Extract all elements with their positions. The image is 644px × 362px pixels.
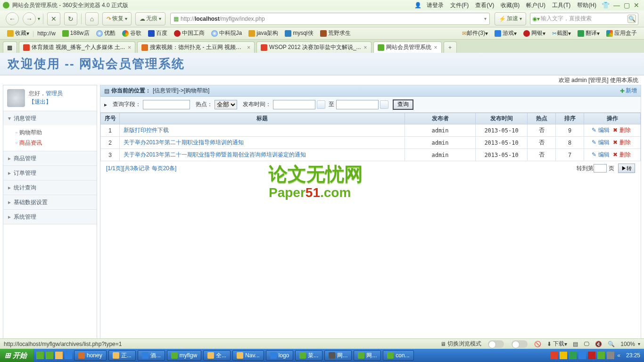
sidebar-item-product-news[interactable]: 商品资讯 bbox=[16, 138, 97, 148]
reload-button[interactable]: ↻ bbox=[64, 12, 77, 25]
block-icon[interactable]: 🚫 bbox=[534, 341, 541, 347]
start-button[interactable]: ⊞开始 bbox=[0, 349, 33, 362]
bm-bank[interactable]: 网银 ▾ bbox=[523, 29, 545, 37]
notrace-button[interactable]: ☁无痕 ▾ bbox=[135, 12, 165, 25]
row-title-link[interactable]: 关于举办2013年第二十一期职业指导师暨首期创业咨询师培训鉴定的通知 bbox=[124, 151, 306, 158]
taskbar-item[interactable]: 网... bbox=[324, 350, 352, 361]
keyword-input[interactable] bbox=[143, 100, 190, 109]
tray-icon-7[interactable] bbox=[607, 352, 614, 359]
taskbar-item[interactable]: con... bbox=[383, 350, 413, 361]
taskbar-item[interactable]: honey bbox=[74, 350, 107, 361]
tab-home[interactable]: ▦ bbox=[3, 41, 17, 53]
menu-file[interactable]: 文件(F) bbox=[450, 1, 469, 9]
edit-link[interactable]: 编辑 bbox=[598, 127, 610, 133]
delete-link[interactable]: 删除 bbox=[619, 127, 631, 133]
quicklaunch-icon[interactable] bbox=[55, 352, 63, 359]
home-button[interactable]: ⌂ bbox=[85, 12, 99, 25]
bm-translate[interactable]: 翻译 ▾ bbox=[578, 29, 600, 37]
bm-java[interactable]: java架构 bbox=[248, 29, 278, 37]
zoom-icon[interactable]: 🔍 bbox=[608, 341, 615, 347]
taskbar-item[interactable]: Nav... bbox=[232, 350, 264, 361]
menu-help[interactable]: 帮助(H) bbox=[577, 1, 596, 9]
nav-dropdown-icon[interactable]: ▾ bbox=[38, 16, 40, 21]
bm-mysql[interactable]: mysql侠 bbox=[285, 29, 313, 37]
search-bar[interactable]: ◉▾ 输入文字，直接搜索 🔍 bbox=[530, 13, 638, 25]
restore-button[interactable]: ↷恢复 ▾ bbox=[102, 12, 132, 25]
date-from-input[interactable] bbox=[273, 100, 315, 109]
delete-link[interactable]: 删除 bbox=[619, 151, 631, 158]
toggle-1[interactable] bbox=[487, 340, 505, 348]
tray-icon-1[interactable] bbox=[550, 352, 558, 359]
accelerate-button[interactable]: ⚡加速 ▾ bbox=[495, 12, 526, 25]
hot-select[interactable]: 全部 bbox=[215, 100, 237, 109]
bm-google[interactable]: 谷歌 bbox=[122, 29, 141, 37]
shirt-icon[interactable]: 👕 bbox=[602, 1, 610, 9]
taskbar-item[interactable]: 酒... bbox=[138, 350, 165, 361]
calendar-icon[interactable] bbox=[380, 100, 388, 109]
tab-0[interactable]: 体育频道 视频_播客_个人多媒体 土...× bbox=[19, 41, 135, 53]
sidebar-group-stats[interactable]: 统计查询 bbox=[3, 181, 97, 195]
tab-2[interactable]: WSOP 2012 决赛加菲盐中文解说_...× bbox=[256, 41, 372, 53]
tray-icon-5[interactable] bbox=[588, 352, 595, 359]
bm-appbox[interactable]: 应用盒子 bbox=[606, 29, 637, 37]
menu-account[interactable]: 帐户(U) bbox=[526, 1, 545, 9]
sidebar-group-products[interactable]: 商品管理 bbox=[3, 151, 97, 165]
forward-button[interactable]: → bbox=[23, 12, 36, 25]
login-prompt[interactable]: 请登录 bbox=[427, 1, 444, 9]
delete-link[interactable]: 删除 bbox=[619, 139, 631, 146]
taskbar-item[interactable]: 网... bbox=[354, 350, 381, 361]
sb-icon-1[interactable]: ▤ bbox=[573, 341, 578, 347]
pager-page-input[interactable] bbox=[594, 164, 607, 173]
back-button[interactable]: ← bbox=[6, 12, 19, 25]
menu-view[interactable]: 查看(V) bbox=[475, 1, 494, 9]
close-icon[interactable]: × bbox=[434, 44, 438, 51]
toggle-2[interactable] bbox=[511, 340, 528, 348]
logout-link[interactable]: 【退出】 bbox=[29, 99, 51, 105]
date-to-input[interactable] bbox=[336, 100, 379, 109]
taskbar-item[interactable]: 全... bbox=[203, 350, 231, 361]
quicklaunch-icon[interactable] bbox=[65, 352, 72, 359]
download-button[interactable]: ⬇下载 ▾ bbox=[547, 340, 567, 348]
mute-icon[interactable]: 🔇 bbox=[595, 341, 602, 347]
pager-go-button[interactable]: ▶转 bbox=[618, 164, 635, 173]
close-icon[interactable]: × bbox=[128, 44, 131, 51]
taskbar-item[interactable]: 菜... bbox=[295, 350, 322, 361]
bm-wild[interactable]: 荒野求生 bbox=[320, 29, 351, 37]
clock[interactable]: 23:25 bbox=[622, 352, 644, 359]
edit-link[interactable]: 编辑 bbox=[598, 139, 610, 146]
menu-favorites[interactable]: 收藏(B) bbox=[501, 1, 520, 9]
bm-mail[interactable]: ✉邮件(3) ▾ bbox=[462, 29, 488, 37]
calendar-icon[interactable] bbox=[317, 100, 325, 109]
sidebar-group-messages[interactable]: 消息管理 bbox=[3, 111, 97, 125]
bm-188w[interactable]: 188w店 bbox=[62, 29, 90, 37]
tray-icon-6[interactable] bbox=[597, 352, 605, 359]
search-engine-icon[interactable]: ◉▾ bbox=[532, 16, 540, 22]
sidebar-group-system[interactable]: 系统管理 bbox=[3, 210, 97, 224]
menu-tools[interactable]: 工具(T) bbox=[552, 1, 570, 9]
new-button[interactable]: 新增 bbox=[626, 87, 637, 95]
tab-1[interactable]: 搜索视频：德州扑克 - 土豆网 视频搜...× bbox=[137, 41, 255, 53]
taskbar-item[interactable]: logo bbox=[266, 350, 294, 361]
switch-mode-button[interactable]: 🖥切换浏览模式 bbox=[440, 340, 481, 348]
tray-icon-2[interactable] bbox=[560, 352, 567, 359]
sb-icon-2[interactable]: 🖵 bbox=[584, 341, 589, 347]
close-icon[interactable]: × bbox=[247, 44, 250, 51]
maximize-button[interactable]: ▢ bbox=[624, 1, 630, 9]
bm-baidu[interactable]: 百度 bbox=[148, 29, 167, 37]
quicklaunch-icon[interactable] bbox=[46, 352, 53, 359]
zoom-level[interactable]: 100% bbox=[620, 341, 635, 347]
close-button[interactable]: ✕ bbox=[634, 1, 639, 9]
quicklaunch-icon[interactable] bbox=[36, 352, 44, 359]
bm-screenshot[interactable]: ✂截图 ▾ bbox=[552, 29, 571, 37]
taskbar-item[interactable]: 正... bbox=[108, 350, 136, 361]
close-icon[interactable]: × bbox=[364, 44, 367, 51]
search-button[interactable]: 查询 bbox=[393, 99, 413, 110]
bm-game[interactable]: 游戏 ▾ bbox=[495, 29, 517, 37]
tray-icon-3[interactable] bbox=[569, 352, 577, 359]
bm-icbc[interactable]: 中国工商 bbox=[174, 29, 205, 37]
sidebar-item-shopping-help[interactable]: 购物帮助 bbox=[16, 127, 97, 138]
tab-3[interactable]: 网站会员管理系统× bbox=[373, 41, 442, 53]
favorites-button[interactable]: 收藏 ▾ bbox=[7, 29, 29, 37]
bm-cas[interactable]: 中科院Ja bbox=[211, 29, 242, 37]
search-button[interactable]: 🔍 bbox=[627, 15, 636, 23]
